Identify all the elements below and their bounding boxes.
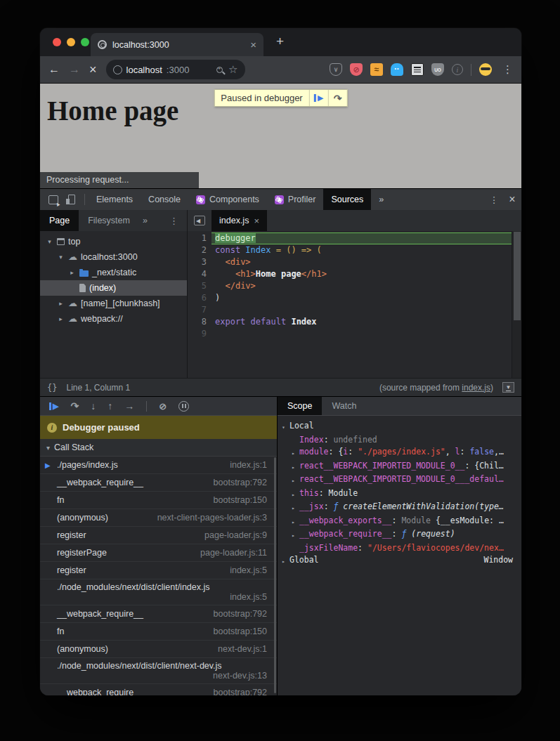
code-text[interactable]: const Index = () => ( — [211, 244, 512, 256]
line-number[interactable]: 9 — [188, 328, 211, 340]
expand-arrow-icon[interactable]: ▸ — [292, 460, 299, 474]
hide-navigator-icon[interactable] — [194, 216, 205, 225]
ublock-origin-icon[interactable] — [431, 63, 444, 76]
expand-arrow-icon[interactable]: ▸ — [68, 269, 76, 276]
tree-item--index-[interactable]: (index) — [40, 280, 187, 296]
line-number[interactable]: 4 — [188, 268, 211, 280]
tab-scope[interactable]: Scope — [278, 397, 322, 415]
panel-toggle-icon[interactable] — [502, 382, 514, 393]
devtools-tab-components[interactable]: Components — [188, 189, 267, 210]
devtools-tab-sources[interactable]: Sources — [323, 189, 371, 210]
editor-scrollbar[interactable] — [512, 231, 521, 378]
call-stack-frame[interactable]: fnbootstrap:150 — [40, 623, 277, 641]
ghostery-icon[interactable] — [391, 63, 403, 76]
line-number[interactable]: 6 — [188, 292, 211, 304]
devtools-tab-more[interactable]: » — [371, 189, 391, 210]
tree-item--name-chunkhash-[interactable]: ▸[name]_[chunkhash] — [40, 296, 187, 311]
tree-item-top[interactable]: ▾top — [40, 234, 187, 249]
inspect-element-button[interactable] — [44, 189, 63, 210]
code-text[interactable]: </div> — [211, 280, 512, 292]
expand-arrow-icon[interactable]: ▾ — [57, 254, 65, 261]
more-navigator-tabs-icon[interactable]: » — [139, 216, 151, 225]
pocket-icon[interactable] — [330, 63, 342, 76]
step-into-icon[interactable] — [91, 401, 96, 411]
call-stack-frame[interactable]: (anonymous)next-client-pages-loader.js:3 — [40, 509, 277, 527]
line-number[interactable]: 2 — [188, 244, 211, 256]
tab-page[interactable]: Page — [40, 210, 79, 231]
scope-entry[interactable]: ▸__webpack_require__: ƒ (request) — [292, 528, 517, 542]
line-number[interactable]: 3 — [188, 256, 211, 268]
info-icon[interactable] — [452, 64, 463, 75]
call-stack-frame[interactable]: __webpack_require__bootstrap:792 — [40, 474, 277, 492]
scope-entry[interactable]: Index: undefined — [292, 434, 517, 447]
devtools-tab-console[interactable]: Console — [141, 189, 188, 210]
call-stack-frame[interactable]: __webpack_require__bootstrap:792 — [40, 605, 277, 623]
call-stack-frame[interactable]: (anonymous)next-dev.js:1 — [40, 641, 277, 658]
step-over-button[interactable] — [328, 90, 347, 106]
scope-entry[interactable]: ▸GlobalWindow — [282, 554, 517, 568]
devtools-menu-icon[interactable]: ⋮ — [485, 189, 503, 210]
profile-avatar-icon[interactable] — [479, 63, 492, 76]
scope-entry[interactable]: ▸react__WEBPACK_IMPORTED_MODULE_0__: {Ch… — [292, 460, 517, 474]
line-number[interactable]: 7 — [188, 304, 211, 316]
toggle-device-toolbar-button[interactable] — [63, 189, 81, 210]
code-text[interactable] — [211, 304, 512, 316]
expand-arrow-icon[interactable]: ▸ — [292, 528, 299, 542]
expand-arrow-icon[interactable]: ▸ — [292, 473, 299, 487]
expand-arrow-icon[interactable]: ▸ — [292, 515, 299, 529]
call-stack-frame[interactable]: registerindex.js:5 — [40, 562, 277, 579]
expand-arrow-icon[interactable]: ▸ — [282, 554, 289, 568]
expand-arrow-icon[interactable]: ▸ — [292, 446, 299, 460]
pretty-print-icon[interactable]: {} — [47, 383, 57, 393]
devtools-close-icon[interactable]: × — [503, 189, 521, 210]
expand-arrow-icon[interactable]: ▸ — [292, 501, 299, 515]
line-number[interactable]: 1 — [188, 232, 211, 244]
tab-filesystem[interactable]: Filesystem — [79, 210, 139, 231]
file-tab-indexjs[interactable]: index.js × — [211, 210, 267, 231]
resume-icon[interactable] — [49, 402, 58, 410]
address-bar[interactable]: localhost :3000 ☆ — [106, 60, 245, 79]
scope-entry[interactable]: ▾Local — [282, 420, 517, 434]
expand-arrow-icon[interactable]: ▸ — [57, 315, 65, 322]
call-stack-header[interactable]: Call Stack — [40, 439, 277, 457]
step-icon[interactable] — [124, 401, 134, 411]
tree-item--next-static[interactable]: ▸_next/static — [40, 265, 187, 280]
new-tab-button[interactable]: + — [276, 34, 284, 49]
zoom-icon[interactable] — [216, 67, 223, 73]
line-number[interactable]: 8 — [188, 316, 211, 328]
code-text[interactable] — [211, 328, 512, 340]
resume-script-button[interactable] — [309, 90, 328, 106]
scrollbar-thumb[interactable] — [514, 232, 521, 320]
bookmark-star-icon[interactable]: ☆ — [228, 63, 237, 76]
code-text[interactable]: <div> — [211, 256, 512, 268]
code-text[interactable]: export default Index — [211, 316, 512, 328]
call-stack-frame[interactable]: fnbootstrap:150 — [40, 492, 277, 509]
tab-watch[interactable]: Watch — [322, 397, 366, 415]
call-stack-frame[interactable]: __webpack_require__bootstrap:792 — [40, 684, 277, 695]
reader-icon[interactable] — [411, 63, 424, 76]
pause-on-exceptions-icon[interactable] — [178, 401, 189, 412]
stop-button[interactable]: × — [89, 63, 97, 77]
callstack-scrollbar[interactable] — [274, 457, 276, 693]
expand-arrow-icon[interactable]: ▸ — [57, 300, 65, 307]
call-stack-frame[interactable]: registerPagepage-loader.js:11 — [40, 544, 277, 562]
file-tab-close-icon[interactable]: × — [254, 216, 259, 226]
step-over-icon[interactable] — [70, 401, 79, 411]
tree-item-localhost-3000[interactable]: ▾localhost:3000 — [40, 249, 187, 265]
devtools-tab-profiler[interactable]: Profiler — [267, 189, 324, 210]
site-info-icon[interactable] — [113, 65, 122, 74]
call-stack-frame[interactable]: ./pages/index.jsindex.js:1 — [40, 457, 277, 474]
scope-entry[interactable]: ▸__webpack_exports__: Module {__esModule… — [292, 515, 517, 529]
code-text[interactable]: ) — [211, 292, 512, 304]
call-stack-frame[interactable]: ./node_modules/next/dist/client/index.js… — [40, 579, 277, 605]
stats-icon[interactable] — [370, 63, 383, 76]
line-number[interactable]: 5 — [188, 280, 211, 292]
code-text[interactable]: <h1>Home page</h1> — [211, 268, 512, 280]
minimize-window-icon[interactable] — [67, 38, 75, 46]
scope-entry[interactable]: ▸this: Module — [292, 487, 517, 501]
scope-entry[interactable]: ▸react__WEBPACK_IMPORTED_MODULE_0___defa… — [292, 473, 517, 487]
browser-menu-icon[interactable]: ⋮ — [502, 63, 513, 76]
privacy-badger-icon[interactable] — [350, 63, 363, 76]
close-window-icon[interactable] — [53, 38, 61, 46]
expand-arrow-icon[interactable]: ▸ — [292, 487, 299, 501]
